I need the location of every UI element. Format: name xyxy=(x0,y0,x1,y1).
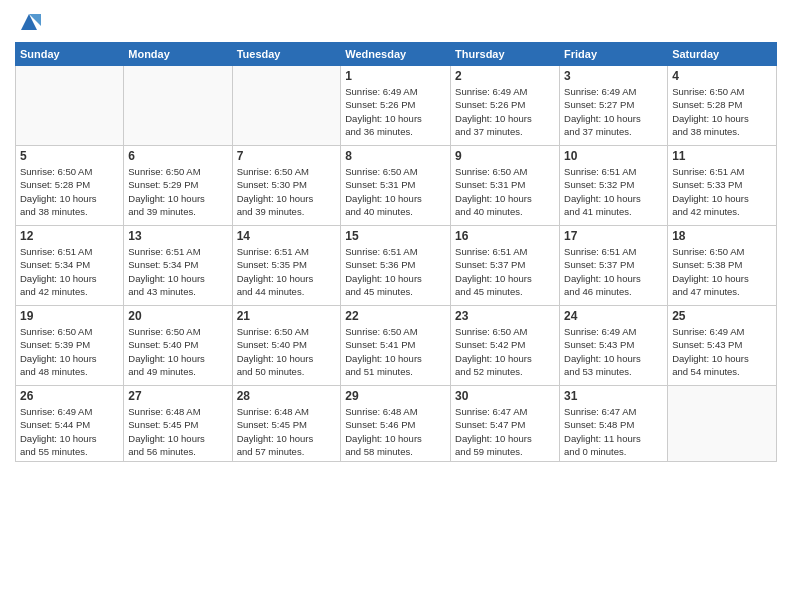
calendar-table: SundayMondayTuesdayWednesdayThursdayFrid… xyxy=(15,42,777,462)
calendar-week-row: 12Sunrise: 6:51 AMSunset: 5:34 PMDayligh… xyxy=(16,226,777,306)
calendar-cell xyxy=(124,66,232,146)
day-number: 18 xyxy=(672,229,772,243)
calendar-cell: 3Sunrise: 6:49 AMSunset: 5:27 PMDaylight… xyxy=(560,66,668,146)
day-number: 15 xyxy=(345,229,446,243)
day-number: 12 xyxy=(20,229,119,243)
calendar-week-row: 1Sunrise: 6:49 AMSunset: 5:26 PMDaylight… xyxy=(16,66,777,146)
calendar-cell: 20Sunrise: 6:50 AMSunset: 5:40 PMDayligh… xyxy=(124,306,232,386)
day-info: Sunrise: 6:50 AMSunset: 5:39 PMDaylight:… xyxy=(20,325,119,378)
day-number: 3 xyxy=(564,69,663,83)
weekday-header-row: SundayMondayTuesdayWednesdayThursdayFrid… xyxy=(16,43,777,66)
calendar-cell: 18Sunrise: 6:50 AMSunset: 5:38 PMDayligh… xyxy=(668,226,777,306)
calendar-cell xyxy=(16,66,124,146)
day-number: 10 xyxy=(564,149,663,163)
calendar-cell: 23Sunrise: 6:50 AMSunset: 5:42 PMDayligh… xyxy=(451,306,560,386)
calendar-cell: 28Sunrise: 6:48 AMSunset: 5:45 PMDayligh… xyxy=(232,386,341,462)
calendar-cell: 21Sunrise: 6:50 AMSunset: 5:40 PMDayligh… xyxy=(232,306,341,386)
day-info: Sunrise: 6:49 AMSunset: 5:43 PMDaylight:… xyxy=(672,325,772,378)
weekday-header-saturday: Saturday xyxy=(668,43,777,66)
calendar-cell: 27Sunrise: 6:48 AMSunset: 5:45 PMDayligh… xyxy=(124,386,232,462)
day-number: 16 xyxy=(455,229,555,243)
day-info: Sunrise: 6:49 AMSunset: 5:26 PMDaylight:… xyxy=(455,85,555,138)
calendar-cell: 11Sunrise: 6:51 AMSunset: 5:33 PMDayligh… xyxy=(668,146,777,226)
day-number: 14 xyxy=(237,229,337,243)
day-number: 29 xyxy=(345,389,446,403)
day-number: 1 xyxy=(345,69,446,83)
day-number: 20 xyxy=(128,309,227,323)
day-info: Sunrise: 6:51 AMSunset: 5:33 PMDaylight:… xyxy=(672,165,772,218)
calendar-cell: 12Sunrise: 6:51 AMSunset: 5:34 PMDayligh… xyxy=(16,226,124,306)
day-info: Sunrise: 6:51 AMSunset: 5:34 PMDaylight:… xyxy=(128,245,227,298)
calendar-cell: 29Sunrise: 6:48 AMSunset: 5:46 PMDayligh… xyxy=(341,386,451,462)
day-number: 31 xyxy=(564,389,663,403)
day-number: 22 xyxy=(345,309,446,323)
day-info: Sunrise: 6:48 AMSunset: 5:45 PMDaylight:… xyxy=(237,405,337,458)
day-info: Sunrise: 6:50 AMSunset: 5:38 PMDaylight:… xyxy=(672,245,772,298)
calendar-cell: 6Sunrise: 6:50 AMSunset: 5:29 PMDaylight… xyxy=(124,146,232,226)
calendar-cell: 1Sunrise: 6:49 AMSunset: 5:26 PMDaylight… xyxy=(341,66,451,146)
day-info: Sunrise: 6:51 AMSunset: 5:34 PMDaylight:… xyxy=(20,245,119,298)
weekday-header-tuesday: Tuesday xyxy=(232,43,341,66)
day-number: 26 xyxy=(20,389,119,403)
calendar-cell: 16Sunrise: 6:51 AMSunset: 5:37 PMDayligh… xyxy=(451,226,560,306)
calendar-cell: 15Sunrise: 6:51 AMSunset: 5:36 PMDayligh… xyxy=(341,226,451,306)
day-info: Sunrise: 6:50 AMSunset: 5:28 PMDaylight:… xyxy=(20,165,119,218)
calendar-cell: 22Sunrise: 6:50 AMSunset: 5:41 PMDayligh… xyxy=(341,306,451,386)
calendar-cell: 4Sunrise: 6:50 AMSunset: 5:28 PMDaylight… xyxy=(668,66,777,146)
page: SundayMondayTuesdayWednesdayThursdayFrid… xyxy=(0,0,792,612)
day-info: Sunrise: 6:50 AMSunset: 5:28 PMDaylight:… xyxy=(672,85,772,138)
day-info: Sunrise: 6:47 AMSunset: 5:47 PMDaylight:… xyxy=(455,405,555,458)
calendar-cell: 24Sunrise: 6:49 AMSunset: 5:43 PMDayligh… xyxy=(560,306,668,386)
weekday-header-friday: Friday xyxy=(560,43,668,66)
day-info: Sunrise: 6:49 AMSunset: 5:44 PMDaylight:… xyxy=(20,405,119,458)
day-info: Sunrise: 6:49 AMSunset: 5:27 PMDaylight:… xyxy=(564,85,663,138)
calendar-cell xyxy=(668,386,777,462)
calendar-cell: 17Sunrise: 6:51 AMSunset: 5:37 PMDayligh… xyxy=(560,226,668,306)
calendar-cell: 30Sunrise: 6:47 AMSunset: 5:47 PMDayligh… xyxy=(451,386,560,462)
day-number: 13 xyxy=(128,229,227,243)
day-info: Sunrise: 6:50 AMSunset: 5:30 PMDaylight:… xyxy=(237,165,337,218)
day-info: Sunrise: 6:50 AMSunset: 5:29 PMDaylight:… xyxy=(128,165,227,218)
day-number: 5 xyxy=(20,149,119,163)
day-number: 19 xyxy=(20,309,119,323)
calendar-cell xyxy=(232,66,341,146)
day-info: Sunrise: 6:50 AMSunset: 5:31 PMDaylight:… xyxy=(345,165,446,218)
weekday-header-sunday: Sunday xyxy=(16,43,124,66)
day-info: Sunrise: 6:50 AMSunset: 5:40 PMDaylight:… xyxy=(237,325,337,378)
day-number: 23 xyxy=(455,309,555,323)
weekday-header-monday: Monday xyxy=(124,43,232,66)
day-info: Sunrise: 6:50 AMSunset: 5:42 PMDaylight:… xyxy=(455,325,555,378)
calendar-cell: 7Sunrise: 6:50 AMSunset: 5:30 PMDaylight… xyxy=(232,146,341,226)
day-number: 30 xyxy=(455,389,555,403)
calendar-week-row: 5Sunrise: 6:50 AMSunset: 5:28 PMDaylight… xyxy=(16,146,777,226)
day-info: Sunrise: 6:51 AMSunset: 5:37 PMDaylight:… xyxy=(455,245,555,298)
day-info: Sunrise: 6:50 AMSunset: 5:41 PMDaylight:… xyxy=(345,325,446,378)
day-number: 2 xyxy=(455,69,555,83)
day-info: Sunrise: 6:51 AMSunset: 5:35 PMDaylight:… xyxy=(237,245,337,298)
day-number: 11 xyxy=(672,149,772,163)
day-number: 6 xyxy=(128,149,227,163)
day-info: Sunrise: 6:48 AMSunset: 5:46 PMDaylight:… xyxy=(345,405,446,458)
day-info: Sunrise: 6:51 AMSunset: 5:36 PMDaylight:… xyxy=(345,245,446,298)
day-number: 7 xyxy=(237,149,337,163)
calendar-week-row: 19Sunrise: 6:50 AMSunset: 5:39 PMDayligh… xyxy=(16,306,777,386)
calendar-cell: 10Sunrise: 6:51 AMSunset: 5:32 PMDayligh… xyxy=(560,146,668,226)
day-info: Sunrise: 6:48 AMSunset: 5:45 PMDaylight:… xyxy=(128,405,227,458)
calendar-cell: 13Sunrise: 6:51 AMSunset: 5:34 PMDayligh… xyxy=(124,226,232,306)
calendar-week-row: 26Sunrise: 6:49 AMSunset: 5:44 PMDayligh… xyxy=(16,386,777,462)
day-info: Sunrise: 6:50 AMSunset: 5:40 PMDaylight:… xyxy=(128,325,227,378)
day-number: 25 xyxy=(672,309,772,323)
calendar-cell: 5Sunrise: 6:50 AMSunset: 5:28 PMDaylight… xyxy=(16,146,124,226)
day-number: 9 xyxy=(455,149,555,163)
day-number: 8 xyxy=(345,149,446,163)
weekday-header-wednesday: Wednesday xyxy=(341,43,451,66)
day-info: Sunrise: 6:47 AMSunset: 5:48 PMDaylight:… xyxy=(564,405,663,458)
calendar-cell: 8Sunrise: 6:50 AMSunset: 5:31 PMDaylight… xyxy=(341,146,451,226)
calendar-cell: 19Sunrise: 6:50 AMSunset: 5:39 PMDayligh… xyxy=(16,306,124,386)
day-number: 21 xyxy=(237,309,337,323)
day-info: Sunrise: 6:49 AMSunset: 5:26 PMDaylight:… xyxy=(345,85,446,138)
day-info: Sunrise: 6:51 AMSunset: 5:32 PMDaylight:… xyxy=(564,165,663,218)
day-number: 28 xyxy=(237,389,337,403)
logo-icon xyxy=(17,10,41,34)
header xyxy=(15,10,777,34)
